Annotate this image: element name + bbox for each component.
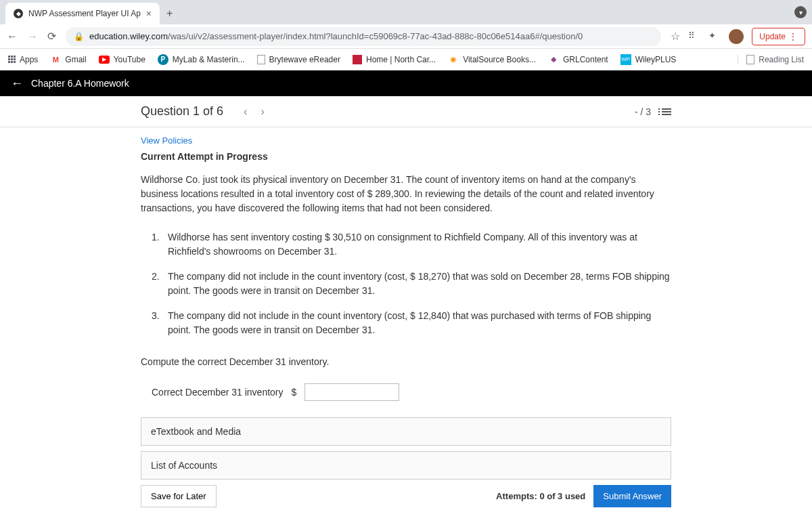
- bookmark-northcar[interactable]: Home | North Car...: [353, 55, 436, 64]
- question-list-icon[interactable]: [662, 108, 671, 115]
- back-button[interactable]: ←: [7, 30, 18, 43]
- nc-icon: [353, 55, 362, 64]
- answer-row: Correct December 31 inventory $: [141, 383, 671, 401]
- reading-list-button[interactable]: Reading List: [738, 55, 804, 64]
- submit-answer-button[interactable]: Submit Answer: [593, 485, 671, 507]
- gmail-icon: M: [50, 54, 61, 65]
- browser-tab[interactable]: ◆ NWP Assessment Player UI Ap ×: [5, 3, 160, 24]
- accounts-panel[interactable]: List of Accounts: [141, 451, 671, 480]
- address-bar[interactable]: 🔒 education.wiley.com/was/ui/v2/assessme…: [66, 27, 661, 46]
- reload-button[interactable]: ⟳: [47, 30, 56, 43]
- bookmark-star-icon[interactable]: ☆: [671, 30, 680, 43]
- app-header: ← Chapter 6.A Homework: [0, 70, 812, 96]
- extensions-icon[interactable]: ✦: [708, 30, 721, 43]
- profile-avatar[interactable]: [729, 29, 744, 44]
- url-text: education.wiley.com/was/ui/v2/assessment…: [89, 31, 583, 41]
- update-button[interactable]: Update ⋮: [752, 28, 805, 45]
- translate-icon[interactable]: ⠿: [688, 30, 700, 43]
- save-for-later-button[interactable]: Save for Later: [141, 485, 217, 507]
- list-item: 1. Wildhorse has sent inventory costing …: [141, 230, 671, 259]
- bookmark-grl[interactable]: ◆GRLContent: [548, 54, 608, 65]
- attempt-status: Current Attempt in Progress: [141, 151, 671, 162]
- toolbar-actions: ☆ ⠿ ✦ Update ⋮: [671, 28, 805, 45]
- forward-button[interactable]: →: [27, 30, 38, 43]
- score-display: - / 3: [635, 106, 651, 117]
- attempts-counter: Attempts: 0 of 3 used: [496, 491, 585, 501]
- tab-strip: ◆ NWP Assessment Player UI Ap × + ▾: [0, 0, 812, 24]
- action-row: Save for Later Attempts: 0 of 3 used Sub…: [141, 485, 671, 507]
- vitalsource-icon: ◉: [448, 54, 459, 65]
- bookmark-gmail[interactable]: MGmail: [50, 54, 86, 65]
- list-item: 2. The company did not include in the co…: [141, 270, 671, 298]
- tab-title: NWP Assessment Player UI Ap: [28, 9, 141, 18]
- grl-icon: ◆: [548, 54, 559, 65]
- list-item: 3. The company did not include in the co…: [141, 309, 671, 337]
- window-control-icon[interactable]: ▾: [794, 6, 807, 18]
- pearson-icon: P: [158, 54, 168, 65]
- youtube-icon: ▶: [99, 56, 110, 64]
- bookmark-mylab[interactable]: PMyLab & Masterin...: [158, 54, 245, 65]
- answer-label: Correct December 31 inventory: [152, 387, 284, 398]
- inventory-input[interactable]: [304, 383, 399, 401]
- bookmarks-bar: Apps MGmail ▶YouTube PMyLab & Masterin..…: [0, 49, 812, 70]
- apps-icon: [8, 56, 16, 63]
- update-label: Update: [759, 32, 786, 41]
- bookmark-youtube[interactable]: ▶YouTube: [99, 55, 145, 64]
- next-question-button[interactable]: ›: [254, 106, 271, 118]
- question-bar: Question 1 of 6 ‹ › - / 3: [0, 96, 812, 127]
- assignment-title: Chapter 6.A Homework: [31, 78, 129, 89]
- doc-icon: [257, 55, 265, 64]
- etextbook-panel[interactable]: eTextbook and Media: [141, 417, 671, 446]
- view-policies-link[interactable]: View Policies: [141, 135, 671, 146]
- question-counter: Question 1 of 6: [141, 104, 223, 119]
- question-content: View Policies Current Attempt in Progres…: [135, 127, 677, 508]
- prev-question-button[interactable]: ‹: [237, 106, 254, 118]
- lock-icon: 🔒: [74, 32, 84, 41]
- items-list: 1. Wildhorse has sent inventory costing …: [141, 230, 671, 337]
- bookmark-brytewave[interactable]: Brytewave eReader: [257, 55, 340, 64]
- new-tab-button[interactable]: +: [160, 3, 179, 24]
- reading-list-icon: [746, 55, 754, 64]
- compute-instruction: Compute the correct December 31 inventor…: [141, 356, 671, 367]
- bookmark-wileyplus[interactable]: WPWileyPLUS: [621, 54, 677, 65]
- currency-symbol: $: [292, 387, 297, 398]
- browser-toolbar: ← → ⟳ 🔒 education.wiley.com/was/ui/v2/as…: [0, 24, 812, 49]
- header-back-button[interactable]: ←: [11, 77, 23, 91]
- kebab-icon: ⋮: [788, 31, 798, 42]
- apps-shortcut[interactable]: Apps: [8, 55, 38, 64]
- bookmark-vitalsource[interactable]: ◉VitalSource Books...: [448, 54, 536, 65]
- close-icon[interactable]: ×: [146, 8, 152, 19]
- question-prompt: Wildhorse Co. just took its physical inv…: [141, 173, 671, 215]
- wileyplus-icon: WP: [621, 54, 631, 65]
- site-icon: ◆: [14, 9, 23, 18]
